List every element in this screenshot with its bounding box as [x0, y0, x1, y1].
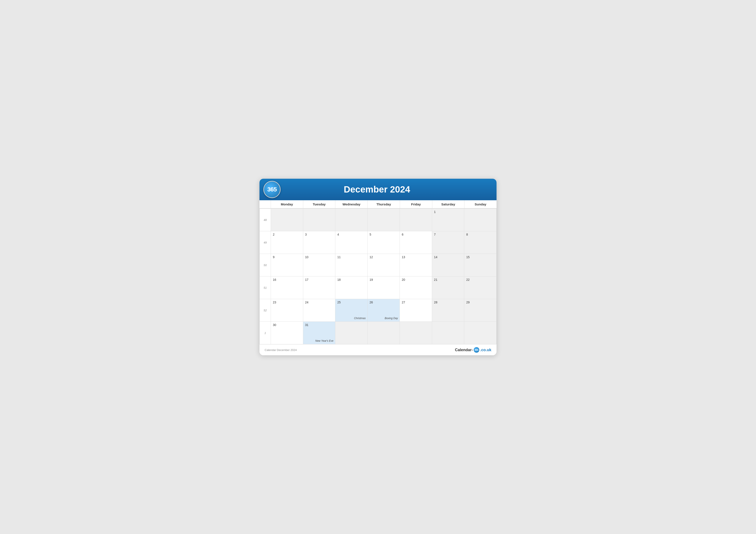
date-number: 17	[305, 278, 334, 281]
cal-cell-empty	[335, 322, 368, 344]
cal-cell-empty	[271, 209, 303, 231]
date-number: 12	[369, 255, 398, 259]
brand-prefix: Calendar-	[455, 348, 473, 352]
day-header-monday: Monday	[271, 200, 303, 208]
cal-cell-25: 25Christmas	[335, 299, 368, 322]
cal-cell-28: 28	[432, 299, 464, 322]
date-number: 10	[305, 255, 334, 259]
cal-cell-empty	[400, 209, 432, 231]
cal-cell-empty	[464, 322, 497, 344]
cal-cell-9: 9	[271, 254, 303, 276]
cal-cell-11: 11	[335, 254, 368, 276]
calendar-grid: 4814923456785091011121314155116171819202…	[259, 208, 497, 344]
date-number: 31	[305, 323, 334, 327]
cal-cell-23: 23	[271, 299, 303, 322]
date-number: 11	[337, 255, 365, 259]
cal-cell-4: 4	[335, 231, 368, 254]
day-header-thursday: Thursday	[367, 200, 400, 208]
date-number: 30	[273, 323, 301, 327]
date-number: 23	[273, 301, 301, 304]
brand-365: 365	[474, 347, 479, 353]
cal-cell-12: 12	[368, 254, 400, 276]
date-number: 7	[434, 233, 462, 236]
date-number: 5	[369, 233, 398, 236]
cal-cell-18: 18	[335, 276, 368, 299]
day-header-wednesday: Wednesday	[335, 200, 367, 208]
date-number: 9	[273, 255, 301, 259]
week-number-51: 51	[260, 276, 271, 299]
logo-text: 365	[267, 186, 277, 193]
cal-cell-empty	[400, 322, 432, 344]
date-number: 6	[402, 233, 430, 236]
day-header-saturday: Saturday	[432, 200, 464, 208]
calendar-header: 365 December 2024	[259, 179, 497, 200]
date-number: 18	[337, 278, 365, 281]
footer-brand: Calendar- 365 .co.uk	[455, 347, 491, 353]
cal-cell-24: 24	[303, 299, 336, 322]
cal-cell-16: 16	[271, 276, 303, 299]
date-number: 29	[466, 301, 494, 304]
cal-cell-empty	[368, 322, 400, 344]
day-headers: Monday Tuesday Wednesday Thursday Friday…	[259, 200, 497, 208]
date-number: 28	[434, 301, 462, 304]
date-number: 2	[273, 233, 301, 236]
date-number: 16	[273, 278, 301, 281]
date-number: 26	[369, 301, 398, 304]
date-number: 4	[337, 233, 365, 236]
week-number-52: 52	[260, 299, 271, 322]
date-number: 15	[466, 255, 494, 259]
date-number: 13	[402, 255, 430, 259]
date-number: 24	[305, 301, 334, 304]
date-number: 3	[305, 233, 334, 236]
date-number: 25	[337, 301, 365, 304]
cal-cell-29: 29	[464, 299, 497, 322]
date-number: 20	[402, 278, 430, 281]
cal-cell-empty	[335, 209, 368, 231]
calendar-title: December 2024	[264, 184, 490, 195]
cal-cell-6: 6	[400, 231, 432, 254]
cal-cell-26: 26Boxing Day	[368, 299, 400, 322]
cal-cell-8: 8	[464, 231, 497, 254]
calendar-footer: Calendar December 2024 Calendar- 365 .co…	[259, 344, 497, 355]
cal-cell-15: 15	[464, 254, 497, 276]
calendar-wrapper: 365 December 2024 Monday Tuesday Wednesd…	[259, 179, 497, 355]
date-number: 27	[402, 301, 430, 304]
day-header-friday: Friday	[400, 200, 432, 208]
logo-circle: 365	[263, 181, 281, 198]
week-number-48: 48	[260, 209, 271, 231]
holiday-label: Christmas	[354, 317, 366, 320]
date-number: 21	[434, 278, 462, 281]
week-number-1: 1	[260, 322, 271, 344]
cal-cell-empty	[432, 322, 464, 344]
cal-cell-3: 3	[303, 231, 336, 254]
date-number: 22	[466, 278, 494, 281]
cal-cell-2: 2	[271, 231, 303, 254]
cal-cell-7: 7	[432, 231, 464, 254]
date-number: 14	[434, 255, 462, 259]
holiday-label: Boxing Day	[385, 317, 398, 320]
cal-cell-22: 22	[464, 276, 497, 299]
cal-cell-19: 19	[368, 276, 400, 299]
cal-cell-27: 27	[400, 299, 432, 322]
date-number: 1	[434, 210, 462, 214]
date-number: 8	[466, 233, 494, 236]
holiday-label: New Year's Eve	[315, 339, 334, 343]
cal-cell-20: 20	[400, 276, 432, 299]
cal-cell-13: 13	[400, 254, 432, 276]
date-number: 19	[369, 278, 398, 281]
week-number-50: 50	[260, 254, 271, 276]
cal-cell-empty	[464, 209, 497, 231]
brand-suffix: .co.uk	[480, 348, 491, 352]
week-num-header	[259, 200, 271, 208]
cal-cell-14: 14	[432, 254, 464, 276]
cal-cell-10: 10	[303, 254, 336, 276]
cal-cell-31: 31New Year's Eve	[303, 322, 336, 344]
week-number-49: 49	[260, 231, 271, 254]
cal-cell-21: 21	[432, 276, 464, 299]
cal-cell-17: 17	[303, 276, 336, 299]
day-header-sunday: Sunday	[464, 200, 497, 208]
cal-cell-30: 30	[271, 322, 303, 344]
cal-cell-5: 5	[368, 231, 400, 254]
cal-cell-empty	[368, 209, 400, 231]
footer-calendar-text: Calendar December 2024	[265, 348, 297, 352]
